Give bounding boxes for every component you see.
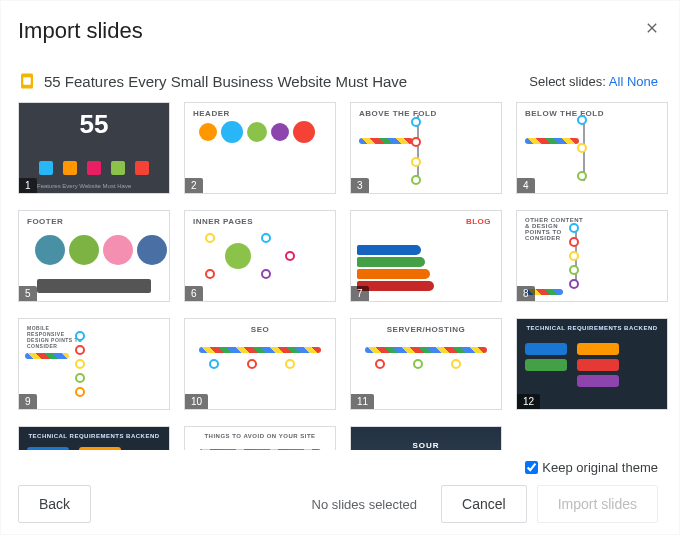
slide-thumbnail[interactable]: TECHNICAL REQUIREMENTS BACKEND: [18, 426, 170, 450]
slide-art: OTHER CONTENT & DESIGN POINTS TO CONSIDE…: [517, 211, 667, 301]
slide-number-badge: 8: [517, 286, 535, 301]
slide-thumbnail[interactable]: ABOVE THE FOLD 3: [350, 102, 502, 194]
slide-art: SOUR Small Business Websites: How to Mak…: [351, 427, 501, 450]
slide-heading: BELOW THE FOLD: [525, 109, 604, 118]
slides-grid-scroll[interactable]: 55 Features Every Website Must Have 1 HE…: [18, 102, 672, 450]
slide-number-badge: 9: [19, 394, 37, 409]
slide-art: HEADER: [185, 103, 335, 193]
deck-row: 55 Features Every Small Business Website…: [18, 72, 672, 90]
dialog-footer: Back No slides selected Cancel Import sl…: [18, 479, 672, 523]
deck-title: 55 Features Every Small Business Website…: [44, 73, 407, 90]
slide-heading: FOOTER: [27, 217, 63, 226]
select-all-link[interactable]: All: [609, 74, 623, 89]
slide-number-badge: 7: [351, 286, 369, 301]
close-icon[interactable]: [644, 20, 660, 36]
slide-art: 55 Features Every Website Must Have: [19, 103, 169, 193]
import-slides-button[interactable]: Import slides: [537, 485, 658, 523]
slide-heading: HEADER: [193, 109, 230, 118]
slide-subtitle: Features Every Website Must Have: [37, 183, 131, 189]
slide-art: THINGS TO AVOID ON YOUR SITE: [185, 427, 335, 450]
slide-art: MOBILE RESPONSIVE DESIGN POINTS TO CONSI…: [19, 319, 169, 409]
select-slides-label: Select slides:: [529, 74, 606, 89]
slide-number-badge: 10: [185, 394, 208, 409]
slide-thumbnail[interactable]: INNER PAGES 6: [184, 210, 336, 302]
slide-thumbnail[interactable]: BELOW THE FOLD 4: [516, 102, 668, 194]
slide-thumbnail[interactable]: HEADER 2: [184, 102, 336, 194]
slide-number-badge: 11: [351, 394, 374, 409]
dialog-header: Import slides: [18, 18, 672, 44]
slide-thumbnail[interactable]: SEO 10: [184, 318, 336, 410]
slide-art: FOOTER: [19, 211, 169, 301]
import-slides-dialog: Import slides 55 Features Every Small Bu…: [0, 0, 680, 535]
slide-thumbnail[interactable]: OTHER CONTENT & DESIGN POINTS TO CONSIDE…: [516, 210, 668, 302]
slide-thumbnail[interactable]: BLOG 7: [350, 210, 502, 302]
slide-art: INNER PAGES: [185, 211, 335, 301]
slide-heading: THINGS TO AVOID ON YOUR SITE: [185, 433, 335, 439]
slide-thumbnail[interactable]: SERVER/HOSTING 11: [350, 318, 502, 410]
slide-number-badge: 5: [19, 286, 37, 301]
slide-hero-number: 55: [19, 109, 169, 140]
slide-number-badge: 12: [517, 394, 540, 409]
slide-heading: SERVER/HOSTING: [351, 325, 501, 334]
back-button[interactable]: Back: [18, 485, 91, 523]
keep-theme-row: Keep original theme: [18, 450, 672, 479]
select-none-link[interactable]: None: [627, 74, 658, 89]
slide-art: BLOG: [351, 211, 501, 301]
keep-theme-checkbox[interactable]: [525, 461, 538, 474]
slide-heading: INNER PAGES: [193, 217, 253, 226]
slide-art: TECHNICAL REQUIREMENTS BACKEND: [19, 427, 169, 450]
slide-heading: SOUR: [412, 441, 439, 450]
slide-thumbnail[interactable]: THINGS TO AVOID ON YOUR SITE: [184, 426, 336, 450]
slide-art: BELOW THE FOLD: [517, 103, 667, 193]
slide-heading: SEO: [185, 325, 335, 334]
slide-thumbnail[interactable]: SOUR Small Business Websites: How to Mak…: [350, 426, 502, 450]
slide-number-badge: 6: [185, 286, 203, 301]
slide-number-badge: 1: [19, 178, 37, 193]
cancel-button[interactable]: Cancel: [441, 485, 527, 523]
slide-thumbnail[interactable]: 55 Features Every Website Must Have 1: [18, 102, 170, 194]
svg-rect-1: [23, 77, 31, 85]
slides-grid: 55 Features Every Website Must Have 1 HE…: [18, 102, 668, 450]
slide-heading: TECHNICAL REQUIREMENTS BACKEND: [517, 325, 667, 331]
dialog-title: Import slides: [18, 18, 143, 44]
slide-heading: BLOG: [466, 217, 491, 226]
slide-heading: TECHNICAL REQUIREMENTS BACKEND: [19, 433, 169, 439]
slide-number-badge: 4: [517, 178, 535, 193]
slide-number-badge: 3: [351, 178, 369, 193]
keep-theme-label: Keep original theme: [542, 460, 658, 475]
slide-thumbnail[interactable]: TECHNICAL REQUIREMENTS BACKEND: [516, 318, 668, 410]
selection-status: No slides selected: [312, 497, 418, 512]
slide-heading: ABOVE THE FOLD: [359, 109, 437, 118]
slides-file-icon: [18, 72, 36, 90]
slide-number-badge: 2: [185, 178, 203, 193]
slide-thumbnail[interactable]: MOBILE RESPONSIVE DESIGN POINTS TO CONSI…: [18, 318, 170, 410]
slide-art: ABOVE THE FOLD: [351, 103, 501, 193]
select-slides-controls: Select slides: All None: [529, 74, 658, 89]
slide-thumbnail[interactable]: FOOTER 5: [18, 210, 170, 302]
